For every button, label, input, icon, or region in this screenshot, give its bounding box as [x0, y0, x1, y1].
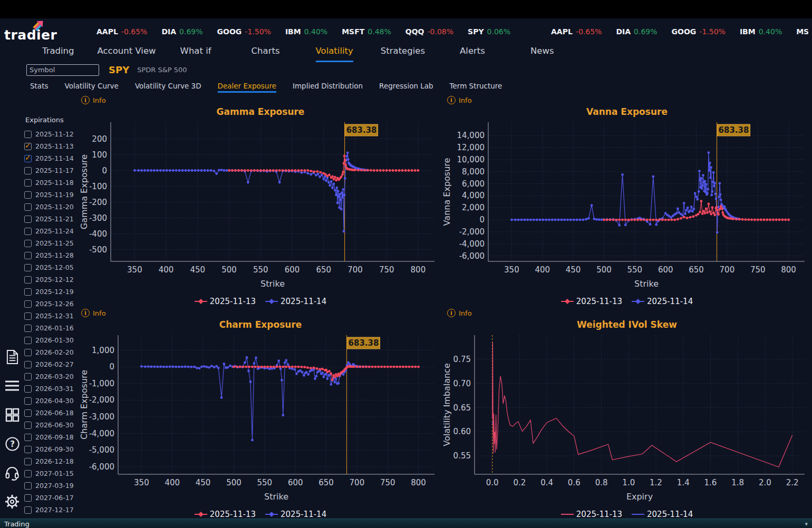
expiration-checkbox[interactable] [24, 216, 32, 223]
tab-stats[interactable]: Stats [30, 82, 48, 93]
expiration-checkbox[interactable] [24, 361, 32, 368]
ticker-change: 0.69% [179, 27, 202, 36]
bottom-bar-caret-icon[interactable]: ▾ [805, 521, 808, 527]
expiration-checkbox[interactable] [24, 373, 32, 380]
expiration-checkbox[interactable] [24, 482, 32, 490]
expiration-checkbox[interactable] [24, 300, 32, 308]
symbol-input[interactable] [26, 64, 99, 76]
legend-item-2025-11-14[interactable]: 2025-11-14 [265, 297, 326, 306]
expiration-date-label: 2025-11-25 [35, 239, 74, 247]
nav-item-news[interactable]: News [530, 45, 554, 62]
vanna-exposure-plot[interactable]: 35040045050055060065070075080014,00012,0… [442, 119, 812, 295]
expiration-date-label: 2026-03-31 [35, 385, 74, 393]
info-button[interactable]: iInfo [447, 308, 479, 318]
nav-item-trading[interactable]: Trading [42, 45, 74, 62]
expiration-row: 2027-06-17 [24, 492, 79, 504]
legend-item-2025-11-14[interactable]: 2025-11-14 [632, 297, 693, 306]
expiration-checkbox[interactable] [24, 422, 32, 429]
svg-text:Expiry: Expiry [626, 492, 653, 502]
expiration-checkbox[interactable] [24, 240, 32, 247]
nav-item-charts[interactable]: Charts [252, 45, 280, 62]
help-icon[interactable]: ? [5, 436, 20, 451]
legend-item-2025-11-14[interactable]: 2025-11-14 [632, 510, 693, 519]
expiration-checkbox[interactable] [24, 470, 32, 477]
legend-item-2025-11-14[interactable]: 2025-11-14 [265, 510, 326, 519]
expiration-checkbox[interactable] [24, 446, 32, 453]
header-bar: tradier AAPL-0.65%DIA0.69%GOOG-1.50%IBM0… [0, 18, 812, 45]
nav-item-volatility[interactable]: Volatility [316, 45, 353, 62]
expiration-checkbox[interactable] [24, 458, 32, 465]
ticker-change: 0.40% [759, 27, 782, 36]
expiration-checkbox[interactable] [24, 397, 32, 405]
expiration-checkbox[interactable] [24, 288, 32, 296]
expiration-checkbox[interactable] [24, 155, 32, 162]
expiration-date-label: 2025-11-18 [35, 179, 74, 187]
expiration-checkbox[interactable] [24, 143, 32, 150]
apps-grid-icon[interactable] [5, 407, 20, 422]
svg-text:1.2: 1.2 [650, 478, 662, 487]
expiration-checkbox[interactable] [24, 203, 32, 211]
vanna-exposure-panel: iInfoVanna Exposure350400450500550600650… [442, 93, 812, 306]
menu-icon[interactable] [5, 378, 20, 393]
expiration-checkbox[interactable] [24, 131, 32, 138]
nav-item-what-if[interactable]: What if [180, 45, 211, 62]
svg-text:0.8: 0.8 [595, 478, 608, 487]
info-button[interactable]: iInfo [81, 308, 113, 318]
svg-text:400: 400 [165, 478, 180, 487]
expiration-checkbox[interactable] [24, 167, 32, 174]
support-headset-icon[interactable] [5, 465, 20, 480]
svg-text:Strike: Strike [634, 279, 659, 289]
gamma-exposure-plot[interactable]: 3504004505005506006507007508002001000-10… [79, 119, 442, 295]
expiration-checkbox[interactable] [24, 179, 32, 187]
tab-term-structure[interactable]: Term Structure [450, 82, 502, 93]
expiration-checkbox[interactable] [24, 409, 32, 417]
expiration-checkbox[interactable] [24, 191, 32, 199]
svg-text:350: 350 [504, 265, 519, 275]
document-icon[interactable] [5, 349, 20, 364]
expiration-row: 2027-03-19 [24, 480, 79, 492]
tradier-logo[interactable]: tradier [4, 19, 62, 44]
expiration-checkbox[interactable] [24, 325, 32, 332]
legend-item-2025-11-13[interactable]: 2025-11-13 [561, 297, 622, 306]
tab-volatility-curve-3d[interactable]: Volatility Curve 3D [135, 82, 201, 93]
expiration-row: 2025-12-26 [24, 298, 79, 310]
expiration-checkbox[interactable] [24, 349, 32, 356]
charm-exposure-panel: iInfoCharm Exposure350400450500550600650… [79, 306, 442, 519]
tab-regression-lab[interactable]: Regression Lab [379, 82, 433, 93]
ticker-change: -0.65% [576, 27, 602, 36]
expiration-checkbox[interactable] [24, 252, 32, 259]
expiration-checkbox[interactable] [24, 385, 32, 393]
svg-text:0.6: 0.6 [568, 478, 581, 487]
expiration-checkbox[interactable] [24, 337, 32, 344]
nav-item-account-view[interactable]: Account View [98, 45, 156, 62]
expiration-checkbox[interactable] [24, 434, 32, 441]
settings-gear-icon[interactable] [5, 494, 20, 509]
nav-item-alerts[interactable]: Alerts [460, 45, 485, 62]
charm-exposure-plot[interactable]: 3504004505005506006507007508001,0000-1,0… [79, 332, 442, 508]
svg-text:800: 800 [411, 478, 426, 487]
svg-text:-100: -100 [89, 182, 107, 191]
svg-text:350: 350 [134, 478, 149, 487]
expiration-checkbox[interactable] [24, 228, 32, 235]
tab-dealer-exposure[interactable]: Dealer Exposure [218, 82, 276, 93]
tab-volatility-curve[interactable]: Volatility Curve [64, 82, 118, 93]
expiration-row: 2025-11-17 [24, 164, 79, 177]
expiration-checkbox[interactable] [24, 506, 32, 514]
legend-item-2025-11-13[interactable]: 2025-11-13 [195, 297, 256, 306]
tab-implied-distribution[interactable]: Implied Distribution [293, 82, 363, 93]
svg-text:0.4: 0.4 [540, 478, 553, 487]
ticker-item-AAPL: AAPL-0.65% [551, 27, 602, 36]
expiration-checkbox[interactable] [24, 264, 32, 271]
weighted-ivol-skew-plot[interactable]: 0.00.20.40.60.81.01.21.41.61.82.02.20.75… [442, 332, 812, 508]
expiration-checkbox[interactable] [24, 494, 32, 502]
info-button[interactable]: iInfo [81, 95, 113, 105]
svg-text:-5,000: -5,000 [89, 445, 114, 455]
legend-item-2025-11-13[interactable]: 2025-11-13 [195, 510, 256, 519]
expiration-checkbox[interactable] [24, 312, 32, 320]
ticker-item-MSFT: MSFT0.48% [796, 27, 808, 36]
expiration-checkbox[interactable] [24, 276, 32, 283]
legend-item-2025-11-13[interactable]: 2025-11-13 [561, 510, 622, 519]
nav-item-strategies[interactable]: Strategies [381, 45, 425, 62]
info-button[interactable]: iInfo [447, 95, 479, 105]
legend-label: 2025-11-14 [281, 510, 326, 519]
